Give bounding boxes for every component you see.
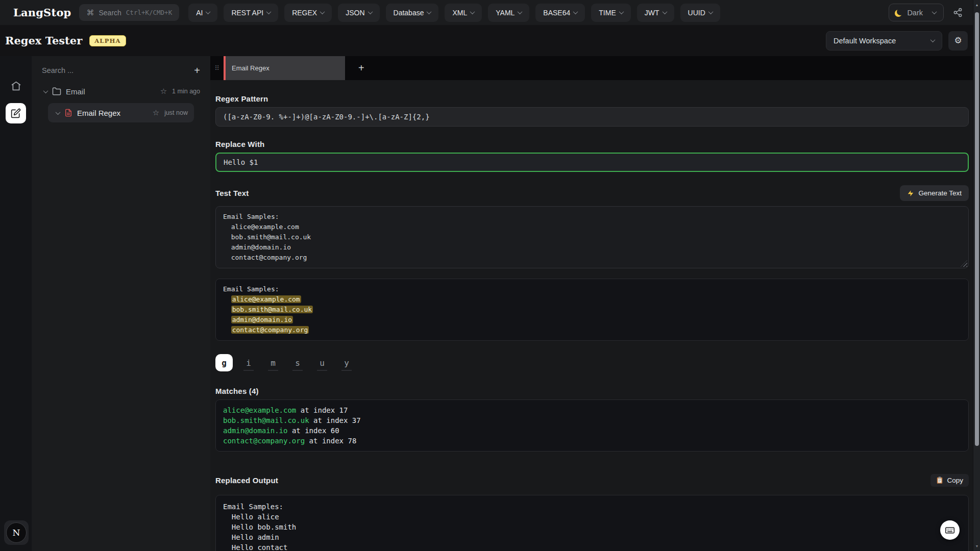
tab-bar: ⠿ Email Regex + <box>210 56 980 80</box>
copy-button[interactable]: Copy <box>930 474 969 487</box>
home-button[interactable] <box>7 77 25 95</box>
file-tree: Email ☆ 1 min ago Email Regex ☆ just now <box>42 84 202 122</box>
flag-u[interactable]: u <box>313 354 331 371</box>
clipboard-icon <box>936 477 943 484</box>
chevron-down-icon <box>619 9 624 14</box>
flag-i[interactable]: i <box>240 354 257 371</box>
file-timestamp: just now <box>164 109 188 116</box>
menu-rest-api[interactable]: REST API <box>224 4 278 22</box>
alpha-badge: ALPHA <box>89 35 126 46</box>
search-shortcut-hint: Ctrl+K/CMD+K <box>126 9 172 16</box>
favorite-star-button[interactable]: ☆ <box>160 87 167 96</box>
tab-email-regex[interactable]: Email Regex <box>224 56 345 80</box>
chevron-down-icon <box>368 9 373 14</box>
keyboard-shortcuts-button[interactable] <box>940 520 960 540</box>
chevron-down-icon <box>206 9 211 14</box>
chevron-down-icon <box>930 37 936 42</box>
editor-button[interactable] <box>6 103 26 123</box>
flag-m[interactable]: m <box>264 354 282 371</box>
flag-g[interactable]: g <box>215 354 233 371</box>
menu-yaml[interactable]: YAML <box>488 4 529 22</box>
menu-jwt[interactable]: JWT <box>637 4 674 22</box>
menu-ai[interactable]: AI <box>188 4 217 22</box>
generate-text-button[interactable]: Generate Text <box>900 185 969 201</box>
drag-handle[interactable]: ⠿ <box>210 56 224 80</box>
body-row: N + Email ☆ 1 min ago <box>0 56 980 551</box>
tree-folder-email[interactable]: Email ☆ 1 min ago <box>42 84 202 99</box>
star-icon: ☆ <box>160 87 167 95</box>
match-highlight: bob.smith@mail.co.uk <box>231 306 313 313</box>
chevron-down-icon <box>56 110 61 115</box>
theme-label: Dark <box>907 9 923 17</box>
page-header: Regex Tester ALPHA Default Workspace ⚙ <box>0 25 980 56</box>
menu-time[interactable]: TIME <box>591 4 630 22</box>
edit-icon <box>11 108 21 118</box>
workspace-select[interactable]: Default Workspace <box>826 31 942 51</box>
tree-item-email-regex[interactable]: Email Regex ☆ just now <box>48 103 194 122</box>
replaced-output-label: Replaced Output <box>215 476 278 485</box>
brand-logo[interactable]: LangStop <box>13 6 71 19</box>
menu-base64[interactable]: BASE64 <box>535 4 585 22</box>
global-search[interactable]: ⌘ Search Ctrl+K/CMD+K <box>79 4 179 21</box>
match-row: alice@example.com at index 17 <box>223 405 961 415</box>
chevron-down-icon <box>708 9 713 14</box>
preview-line: bob.smith@mail.co.uk <box>223 305 961 315</box>
chevron-down-icon <box>470 9 475 14</box>
avatar: N <box>6 522 27 543</box>
share-button[interactable] <box>953 8 963 17</box>
sidebar: + Email ☆ 1 min ago <box>32 56 210 551</box>
icon-rail: N <box>0 56 32 551</box>
test-text-input[interactable]: Email Samples: alice@example.com bob.smi… <box>215 206 969 268</box>
chevron-down-icon <box>320 9 325 14</box>
file-icon <box>64 109 72 117</box>
main-area: ⠿ Email Regex + Regex Pattern Replace Wi… <box>210 56 980 551</box>
replace-with-label: Replace With <box>215 140 969 148</box>
test-text-label: Test Text <box>215 189 249 197</box>
app-window: LangStop ⌘ Search Ctrl+K/CMD+K AI REST A… <box>0 0 980 551</box>
match-row: contact@company.org at index 78 <box>223 436 961 446</box>
theme-selector[interactable]: Dark <box>889 4 944 21</box>
flag-y[interactable]: y <box>338 354 355 371</box>
global-search-label: Search <box>99 9 121 17</box>
top-right-actions: Dark <box>889 4 963 21</box>
replace-with-input[interactable] <box>215 153 969 172</box>
highlight-preview: Email Samples: alice@example.com bob.smi… <box>215 279 969 341</box>
sidebar-search-row: + <box>42 65 202 76</box>
regex-tester-panel: Regex Pattern Replace With Test Text Gen… <box>210 80 980 551</box>
settings-button[interactable]: ⚙ <box>948 31 968 51</box>
replaced-output: Email Samples: Hello alice Hello bob.smi… <box>215 495 969 551</box>
regex-pattern-label: Regex Pattern <box>215 94 969 103</box>
folder-timestamp: 1 min ago <box>172 88 200 95</box>
menu-regex[interactable]: REGEX <box>284 4 332 22</box>
flag-s[interactable]: s <box>289 354 306 371</box>
scroll-up-arrow[interactable]: ▲ <box>973 3 980 7</box>
chevron-down-icon <box>662 9 667 14</box>
menu-database[interactable]: Database <box>386 4 439 22</box>
sidebar-search-input[interactable] <box>42 66 192 74</box>
window-scrollbar[interactable]: ▲ ▼ <box>973 0 980 551</box>
matches-label: Matches (4) <box>215 387 969 395</box>
scrollbar-thumb[interactable] <box>975 12 979 446</box>
menu-json[interactable]: JSON <box>338 4 379 22</box>
keyboard-icon <box>945 525 955 535</box>
drag-dots-icon: ⠿ <box>214 64 219 72</box>
user-avatar-button[interactable]: N <box>4 520 29 545</box>
chevron-down-icon <box>518 9 523 14</box>
command-icon: ⌘ <box>86 8 94 17</box>
add-item-button[interactable]: + <box>192 65 202 76</box>
tool-menus: AI REST API REGEX JSON Database XML YAML… <box>188 4 720 22</box>
menu-uuid[interactable]: UUID <box>680 4 720 22</box>
star-icon: ☆ <box>153 108 159 117</box>
share-icon <box>953 8 963 17</box>
folder-name: Email <box>66 87 85 96</box>
preview-line: alice@example.com <box>223 294 961 305</box>
menu-xml[interactable]: XML <box>445 4 482 22</box>
scroll-down-arrow[interactable]: ▼ <box>973 544 980 548</box>
chevron-down-icon <box>266 9 272 14</box>
file-name: Email Regex <box>77 109 120 117</box>
new-tab-button[interactable]: + <box>358 56 364 80</box>
regex-pattern-input[interactable] <box>215 107 969 127</box>
chevron-down-icon <box>573 9 578 14</box>
favorite-star-button[interactable]: ☆ <box>153 108 159 117</box>
chevron-down-icon <box>43 88 48 93</box>
